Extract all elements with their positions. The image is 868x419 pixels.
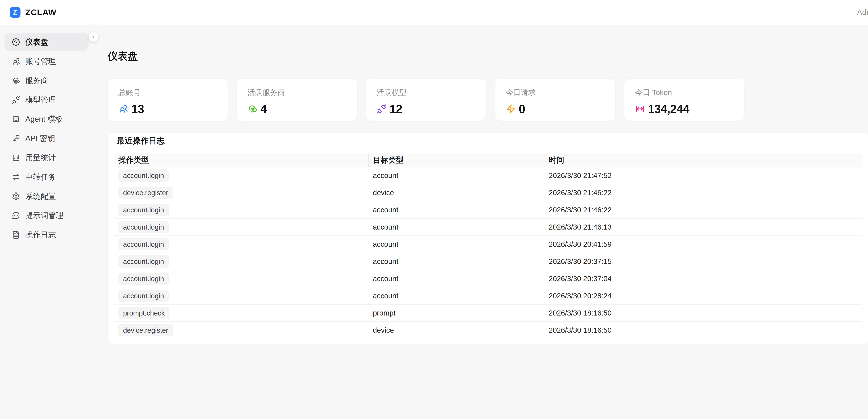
- table-row: device.registerdevice2026/3/30 18:16:50: [114, 322, 862, 339]
- cell-time: 2026/3/30 21:46:22: [544, 201, 862, 218]
- stat-card-value: 134,244: [648, 102, 689, 116]
- action-type-badge: account.login: [118, 273, 169, 285]
- sidebar-item-bar-chart[interactable]: 用量统计: [4, 149, 89, 166]
- sidebar-item-label: 账号管理: [25, 56, 56, 66]
- sidebar-item-arrow-right-left[interactable]: 中转任务: [4, 168, 89, 186]
- sidebar-item-label: 用量统计: [25, 153, 56, 163]
- stat-card-value: 4: [260, 102, 267, 116]
- cell-target-type: account: [368, 201, 544, 218]
- recent-logs-card: 最近操作日志 操作类型目标类型时间 account.loginaccount20…: [107, 133, 868, 344]
- plug-icon: [377, 104, 386, 114]
- cell-action-type: account.login: [114, 270, 368, 287]
- stat-card: 活跃服务商4: [237, 79, 357, 121]
- stat-card-label: 今日 Token: [635, 88, 734, 98]
- cell-time: 2026/3/30 20:37:15: [544, 253, 862, 270]
- table-row: account.loginaccount2026/3/30 21:46:22: [114, 201, 862, 218]
- cell-target-type: account: [368, 287, 544, 304]
- cloud-server-icon: [248, 104, 257, 114]
- bar-chart-icon: [12, 153, 20, 162]
- cell-action-type: account.login: [114, 201, 368, 218]
- cell-target-type: account: [368, 167, 544, 184]
- cell-time: 2026/3/30 20:41:59: [544, 236, 862, 253]
- cell-time: 2026/3/30 20:37:04: [544, 270, 862, 287]
- cell-time: 2026/3/30 18:16:50: [544, 304, 862, 322]
- sidebar-item-settings[interactable]: 系统配置: [4, 187, 89, 205]
- cell-action-type: device.register: [114, 184, 368, 201]
- bot-icon: [12, 115, 20, 123]
- table-row: account.loginaccount2026/3/30 20:37:15: [114, 253, 862, 270]
- cell-action-type: device.register: [114, 322, 368, 339]
- message-dots-icon: [12, 211, 20, 220]
- cell-target-type: account: [368, 218, 544, 236]
- action-type-badge: account.login: [118, 170, 169, 182]
- table-row: prompt.checkprompt2026/3/30 18:16:50: [114, 304, 862, 322]
- action-type-badge: account.login: [118, 221, 169, 233]
- stat-card-value: 0: [519, 102, 525, 116]
- user-menu[interactable]: Admin: [857, 8, 868, 17]
- sidebar-item-label: 中转任务: [25, 172, 56, 182]
- column-header: 操作类型: [114, 153, 368, 167]
- sidebar-item-label: 仪表盘: [25, 37, 48, 47]
- table-row: account.loginaccount2026/3/30 21:46:13: [114, 218, 862, 236]
- key-icon: [12, 134, 20, 143]
- sidebar-item-plug[interactable]: 模型管理: [4, 91, 89, 109]
- cell-time: 2026/3/30 18:16:50: [544, 322, 862, 339]
- sidebar-item-users[interactable]: 账号管理: [4, 53, 89, 70]
- action-type-badge: account.login: [118, 290, 169, 302]
- table-row: account.loginaccount2026/3/30 20:37:04: [114, 270, 862, 287]
- sidebar-item-label: Agent 模板: [25, 114, 63, 124]
- recent-logs-table: 操作类型目标类型时间 account.loginaccount2026/3/30…: [114, 153, 862, 339]
- action-type-badge: prompt.check: [118, 307, 169, 319]
- stat-card-label: 总账号: [118, 88, 217, 98]
- cell-target-type: prompt: [368, 304, 544, 322]
- cell-action-type: account.login: [114, 253, 368, 270]
- cell-target-type: account: [368, 236, 544, 253]
- sidebar-item-cloud-server[interactable]: 服务商: [4, 72, 89, 89]
- cell-target-type: device: [368, 184, 544, 201]
- gauge-icon: [12, 38, 20, 46]
- cell-target-type: device: [368, 322, 544, 339]
- sidebar-item-gauge[interactable]: 仪表盘: [4, 33, 89, 51]
- stat-card: 今日 Token134,244: [624, 79, 744, 121]
- stat-card-value: 12: [390, 102, 402, 116]
- sidebar-item-message-dots[interactable]: 提示词管理: [4, 207, 89, 224]
- top-header: Z ZCLAW Admin: [0, 0, 868, 25]
- cell-time: 2026/3/30 20:28:24: [544, 287, 862, 304]
- sidebar-item-key[interactable]: API 密钥: [4, 130, 89, 147]
- sidebar-item-bot[interactable]: Agent 模板: [4, 111, 89, 128]
- sidebar-item-label: 操作日志: [25, 230, 56, 240]
- table-header-row: 操作类型目标类型时间: [114, 153, 862, 167]
- table-row: account.loginaccount2026/3/30 21:47:52: [114, 167, 862, 184]
- cloud-server-icon: [12, 77, 20, 85]
- table-row: account.loginaccount2026/3/30 20:28:24: [114, 287, 862, 304]
- stat-card-label: 活跃服务商: [248, 88, 346, 98]
- cell-time: 2026/3/30 21:46:22: [544, 184, 862, 201]
- action-type-badge: device.register: [118, 187, 173, 199]
- settings-icon: [12, 192, 20, 200]
- action-type-badge: account.login: [118, 238, 169, 250]
- stat-card-label: 活跃模型: [377, 88, 475, 98]
- app-name: ZCLAW: [25, 7, 56, 17]
- arrow-right-left-icon: [12, 173, 20, 181]
- cell-action-type: account.login: [114, 236, 368, 253]
- app-logo-letter: Z: [13, 9, 17, 16]
- sidebar-item-label: API 密钥: [25, 133, 55, 144]
- recent-logs-title: 最近操作日志: [107, 133, 868, 148]
- stat-card-value: 13: [131, 102, 144, 116]
- column-header: 时间: [544, 153, 862, 167]
- cell-target-type: account: [368, 270, 544, 287]
- sidebar-item-label: 系统配置: [25, 191, 56, 202]
- chevron-left-icon: [91, 34, 96, 39]
- main-area: 仪表盘 总账号13活跃服务商4活跃模型12今日请求0今日 Token134,24…: [94, 25, 868, 419]
- sidebar-collapse-button[interactable]: [89, 32, 99, 42]
- cell-target-type: account: [368, 253, 544, 270]
- action-type-badge: account.login: [118, 256, 169, 268]
- cell-action-type: account.login: [114, 167, 368, 184]
- action-type-badge: account.login: [118, 204, 169, 216]
- cell-time: 2026/3/30 21:47:52: [544, 167, 862, 184]
- sidebar-item-file-text[interactable]: 操作日志: [4, 226, 89, 243]
- users-icon: [12, 57, 20, 65]
- table-row: account.loginaccount2026/3/30 20:41:59: [114, 236, 862, 253]
- cell-action-type: prompt.check: [114, 304, 368, 322]
- action-type-badge: device.register: [118, 324, 173, 336]
